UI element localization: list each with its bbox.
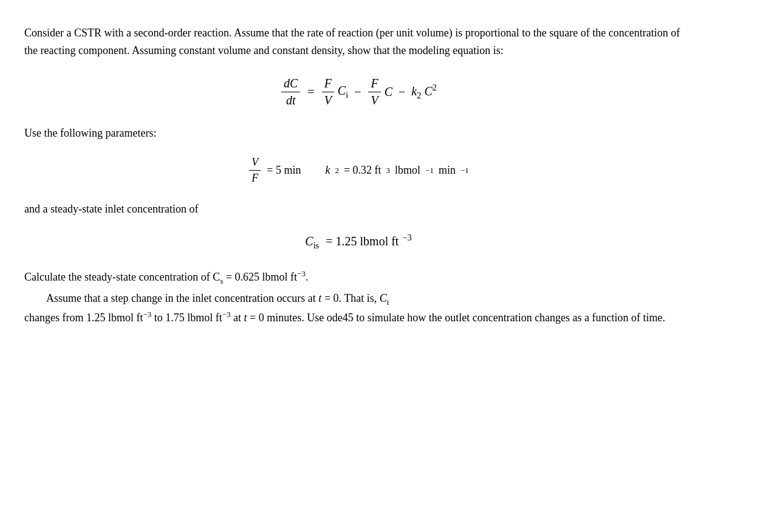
- vf-equals: = 5 min: [267, 164, 301, 177]
- lhs-denominator: dt: [284, 92, 298, 107]
- term2-fraction: F V: [368, 77, 380, 107]
- k2-c2-term: k2 C2: [411, 83, 437, 101]
- ci-term: Ci: [338, 84, 348, 100]
- vf-numerator: V: [249, 156, 261, 171]
- final-line1: Calculate the steady-state concentration…: [24, 268, 693, 287]
- vf-fraction: V F: [249, 156, 261, 185]
- term1-denominator: V: [322, 92, 334, 107]
- k2-param-equals: = 0.32 ft: [344, 164, 381, 177]
- cis-equation: Cis = 1.25 lbmol ft−3: [305, 234, 411, 248]
- final-eq0: = 0. That is,: [321, 292, 379, 304]
- final-ci-sub: i: [387, 298, 389, 307]
- c2-superscript: 2: [433, 83, 437, 92]
- minus1-sign: −: [354, 85, 361, 99]
- final-ci-letter: C: [380, 292, 387, 304]
- c2-letter: C: [424, 84, 432, 98]
- term1-fraction: F V: [322, 77, 334, 107]
- vf-param: V F = 5 min: [248, 156, 301, 185]
- minus2-sign: −: [399, 85, 405, 99]
- lhs-numerator: dC: [281, 77, 300, 92]
- final-section: Calculate the steady-state concentration…: [24, 268, 693, 327]
- final-line2: Assume that a step change in the inlet c…: [24, 290, 693, 309]
- lhs-fraction: dC dt: [281, 77, 300, 107]
- intro-paragraph: Consider a CSTR with a second-order reac…: [24, 24, 693, 60]
- vf-denominator: F: [249, 171, 261, 185]
- k2-ft3-sup: 3: [386, 166, 390, 176]
- k2-param: k2 = 0.32 ft3 lbmol−1 min−1: [325, 164, 468, 177]
- parameters-intro: Use the following parameters:: [24, 124, 693, 142]
- content-wrapper: Consider a CSTR with a second-order reac…: [24, 24, 693, 327]
- term1-numerator: F: [322, 77, 334, 92]
- cis-letter: C: [305, 234, 313, 248]
- final-line1-cont: = 0.625 lbmol ft: [223, 271, 297, 283]
- k2-letter: k: [411, 84, 417, 98]
- cis-equals: = 1.25 lbmol ft: [326, 234, 399, 248]
- final-line1-sup: −3: [297, 269, 306, 278]
- final-line3: changes from 1.25 lbmol ft−3 to 1.75 lbm…: [24, 309, 693, 327]
- k2-min-sup: −1: [460, 166, 469, 176]
- final-rest-text: = 0 minutes. Use ode45 to simulate how t…: [247, 312, 665, 324]
- main-equation: dC dt = F V Ci − F V C: [24, 77, 693, 107]
- k2-min: min: [439, 164, 456, 177]
- steady-state-intro: and a steady-state inlet concentration o…: [24, 200, 693, 218]
- equals-sign: =: [307, 85, 314, 99]
- main-equation-block: dC dt = F V Ci − F V C: [24, 77, 693, 107]
- final-at-text: at: [231, 312, 244, 324]
- parameters-block: V F = 5 min k2 = 0.32 ft3 lbmol−1 min−1: [24, 156, 693, 185]
- term2-denominator: V: [368, 92, 380, 107]
- k2-param-letter: k: [325, 164, 330, 177]
- k2-lbmol-sup: −1: [425, 166, 434, 176]
- final-sup2: −3: [222, 310, 231, 319]
- final-to-text: to 1.75 lbmol ft: [151, 312, 222, 324]
- final-line1-end: .: [306, 271, 309, 283]
- c-term: C: [385, 85, 392, 99]
- k2-lbmol: lbmol: [395, 164, 420, 177]
- ci-letter: C: [338, 84, 346, 97]
- k2-param-sub: 2: [335, 166, 338, 176]
- term2-numerator: F: [368, 77, 380, 92]
- final-assume-text: Assume that a step change in the inlet c…: [46, 292, 318, 304]
- k2-subscript: 2: [417, 90, 421, 100]
- final-from-text: changes from 1.25 lbmol ft: [24, 312, 143, 324]
- cis-subscript: is: [313, 240, 320, 250]
- ci-subscript: i: [346, 90, 348, 100]
- cis-equation-block: Cis = 1.25 lbmol ft−3: [24, 233, 693, 251]
- final-sup1: −3: [143, 310, 151, 319]
- cis-sup: −3: [402, 233, 411, 242]
- final-line1-text: Calculate the steady-state concentration…: [24, 271, 220, 283]
